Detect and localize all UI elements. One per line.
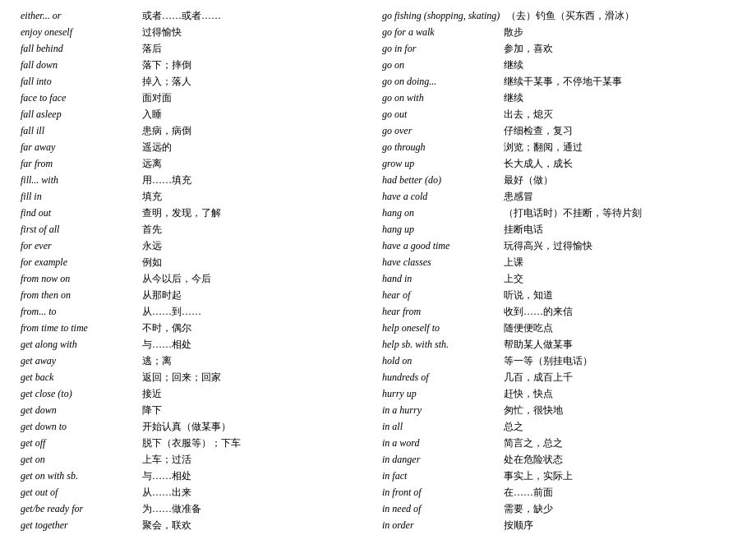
list-item: hold on等一等（别挂电话） <box>382 353 735 368</box>
english-phrase: fill... with <box>21 173 136 187</box>
english-phrase: from time to time <box>21 321 136 335</box>
chinese-translation: 填充 <box>142 189 374 204</box>
list-item: in front of在……前面 <box>382 485 735 500</box>
list-item: hear of听说，知道 <box>382 288 735 302</box>
english-phrase: hundreds of <box>382 370 497 385</box>
list-item: get down降下 <box>21 403 374 417</box>
main-content: either... or或者……或者……enjoy oneself过得愉快fal… <box>16 8 740 535</box>
english-phrase: fill in <box>21 189 136 204</box>
english-phrase: get/be ready for <box>21 501 136 516</box>
chinese-translation: 落后 <box>142 41 374 56</box>
chinese-translation: 帮助某人做某事 <box>504 337 735 352</box>
chinese-translation: 落下；摔倒 <box>142 58 374 72</box>
english-phrase: for ever <box>21 238 136 253</box>
list-item: get back返回；回来；回家 <box>21 370 374 385</box>
english-phrase: grow up <box>382 156 497 171</box>
english-phrase: get on <box>21 452 136 467</box>
chinese-translation: 面对面 <box>142 90 374 105</box>
english-phrase: get back <box>21 370 136 385</box>
list-item: get out of从……出来 <box>21 485 374 500</box>
list-item: in danger处在危险状态 <box>382 452 735 467</box>
english-phrase: in front of <box>382 485 497 500</box>
chinese-translation: 从……到…… <box>142 304 374 319</box>
chinese-translation: 接近 <box>142 386 374 401</box>
english-phrase: go for a walk <box>382 25 497 39</box>
chinese-translation: 赶快，快点 <box>504 386 735 401</box>
list-item: in a word简言之，总之 <box>382 436 735 450</box>
list-item: get off脱下（衣服等）；下车 <box>21 436 374 450</box>
english-phrase: in a word <box>382 436 497 450</box>
chinese-translation: 远离 <box>142 156 374 171</box>
list-item: far away遥远的 <box>21 140 374 155</box>
list-item: hundreds of几百，成百上千 <box>382 370 735 385</box>
english-phrase: hold on <box>382 353 497 368</box>
list-item: hurry up赶快，快点 <box>382 386 735 401</box>
list-item: for ever永远 <box>21 238 374 253</box>
list-item: hang up挂断电话 <box>382 222 735 237</box>
list-item: for example例如 <box>21 255 374 270</box>
list-item: get along with与……相处 <box>21 337 374 352</box>
list-item: go on继续 <box>382 58 735 72</box>
chinese-translation: 与……相处 <box>142 337 374 352</box>
chinese-translation: （打电话时）不挂断，等待片刻 <box>504 205 735 220</box>
chinese-translation: 入睡 <box>142 107 374 122</box>
english-phrase: had better (do) <box>382 173 497 187</box>
chinese-translation: 处在危险状态 <box>504 452 735 467</box>
chinese-translation: 收到……的来信 <box>504 304 735 319</box>
chinese-translation: 简言之，总之 <box>504 436 735 450</box>
chinese-translation: 参加，喜欢 <box>504 41 735 56</box>
chinese-translation: 逃；离 <box>142 353 374 368</box>
list-item: have a cold患感冒 <box>382 189 735 204</box>
chinese-translation: 与……相处 <box>142 468 374 483</box>
english-phrase: have a cold <box>382 189 497 204</box>
list-item: get close (to)接近 <box>21 386 374 401</box>
list-item: fall behind落后 <box>21 41 374 56</box>
list-item: get/be ready for为……做准备 <box>21 501 374 516</box>
chinese-translation: 散步 <box>504 25 735 39</box>
chinese-translation: 在……前面 <box>504 485 735 500</box>
list-item: fall asleep入睡 <box>21 107 374 122</box>
chinese-translation: 用……填充 <box>142 173 374 187</box>
english-phrase: far away <box>21 140 136 155</box>
english-phrase: from... to <box>21 304 136 319</box>
chinese-translation: 返回；回来；回家 <box>142 370 374 385</box>
list-item: had better (do)最好（做） <box>382 173 735 187</box>
english-phrase: get out of <box>21 485 136 500</box>
left-column: either... or或者……或者……enjoy oneself过得愉快fal… <box>16 8 378 535</box>
english-phrase: get down <box>21 403 136 417</box>
list-item: go through浏览；翻阅，通过 <box>382 140 735 155</box>
chinese-translation: 长大成人，成长 <box>504 156 735 171</box>
english-phrase: in order <box>382 518 497 533</box>
english-phrase: get down to <box>21 419 136 434</box>
list-item: face to face面对面 <box>21 90 374 105</box>
chinese-translation: 听说，知道 <box>504 288 735 302</box>
english-phrase: fall into <box>21 74 136 89</box>
english-phrase: go on doing... <box>382 74 497 89</box>
list-item: go fishing (shopping, skating)（去）钓鱼（买东西，… <box>382 8 735 23</box>
chinese-translation: 为……做准备 <box>142 501 374 516</box>
english-phrase: fall asleep <box>21 107 136 122</box>
english-phrase: in need of <box>382 501 497 516</box>
chinese-translation: 最好（做） <box>504 173 735 187</box>
chinese-translation: 随便便吃点 <box>504 321 735 335</box>
list-item: get on上车；过活 <box>21 452 374 467</box>
list-item: hear from收到……的来信 <box>382 304 735 319</box>
english-phrase: get close (to) <box>21 386 136 401</box>
list-item: fill... with用……填充 <box>21 173 374 187</box>
chinese-translation: 永远 <box>142 238 374 253</box>
english-phrase: go through <box>382 140 497 155</box>
english-phrase: go fishing (shopping, skating) <box>382 8 500 23</box>
english-phrase: hear from <box>382 304 497 319</box>
chinese-translation: 从那时起 <box>142 288 374 302</box>
english-phrase: hand in <box>382 271 497 286</box>
chinese-translation: 例如 <box>142 255 374 270</box>
list-item: far from远离 <box>21 156 374 171</box>
english-phrase: enjoy oneself <box>21 25 136 39</box>
chinese-translation: 继续 <box>504 58 735 72</box>
list-item: get together聚会，联欢 <box>21 518 374 533</box>
chinese-translation: 浏览；翻阅，通过 <box>504 140 735 155</box>
list-item: from... to从……到…… <box>21 304 374 319</box>
english-phrase: hear of <box>382 288 497 302</box>
chinese-translation: 不时，偶尔 <box>142 321 374 335</box>
list-item: from then on从那时起 <box>21 288 374 302</box>
